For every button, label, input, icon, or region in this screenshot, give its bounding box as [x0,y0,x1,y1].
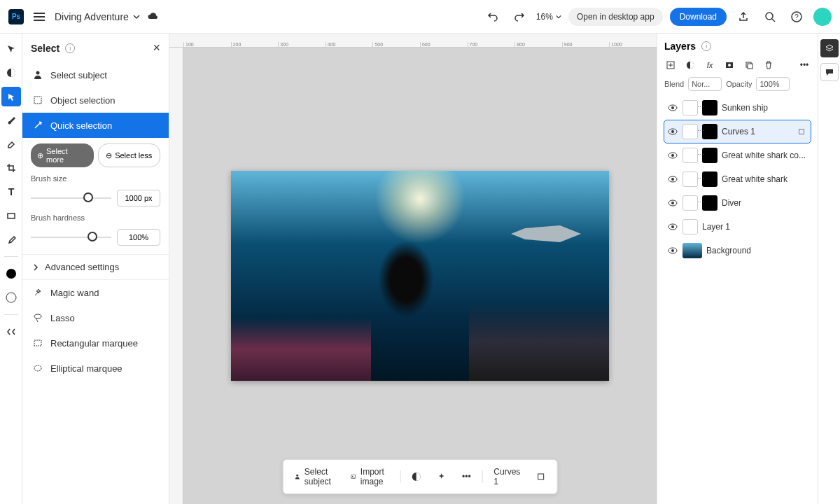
layer-row[interactable]: Great white shark co... [664,144,811,167]
magic-wand-item[interactable]: Magic wand [22,280,169,305]
layer-row[interactable]: Diver [664,192,811,214]
background-color[interactable] [1,288,21,307]
hamburger-menu-icon[interactable] [31,10,48,24]
ctx-import-image[interactable]: Import image [346,464,393,489]
layer-row[interactable]: Layer 1 [664,216,811,238]
zoom-level[interactable]: 16% [536,12,561,22]
quick-selection-item[interactable]: Quick selection [22,113,169,138]
visibility-toggle[interactable] [667,197,678,209]
quick-selection-controls: ⊕ Select more ⊖ Select less Brush size 1… [22,138,169,251]
svg-point-36 [671,225,674,228]
layer-thumbnail [682,243,702,258]
close-panel-button[interactable]: × [153,41,160,55]
svg-rect-17 [538,474,543,479]
layer-name: Background [706,246,808,255]
redo-button[interactable] [510,7,529,27]
ctx-adjustments-icon[interactable] [407,469,426,484]
add-layer-icon[interactable] [664,59,677,71]
visibility-toggle[interactable] [667,150,678,161]
select-item-label: Object selection [50,95,115,106]
select-item-label: Elliptical marquee [50,363,122,374]
elliptical-marquee-item[interactable]: Elliptical marquee [22,356,169,381]
visibility-toggle[interactable] [667,126,678,137]
delete-layer-icon[interactable] [762,59,775,71]
brush-size-value[interactable]: 1000 px [117,190,160,206]
crop-tool[interactable] [1,158,21,178]
eyedropper-tool[interactable] [1,230,21,249]
mask-icon[interactable] [723,59,736,71]
help-icon[interactable]: ? [787,7,806,27]
object-selection-item[interactable]: Object selection [22,88,169,113]
select-more-pill[interactable]: ⊕ Select more [31,144,94,167]
select-tool[interactable] [1,87,21,106]
cloud-sync-icon[interactable] [147,10,160,23]
brush-tool[interactable] [1,111,21,130]
visibility-toggle[interactable] [667,174,678,185]
opacity-select[interactable]: 100% [756,77,790,91]
horizontal-ruler[interactable]: 1002003004005006007008009001000 [169,34,657,48]
share-icon[interactable] [734,7,753,27]
rectangular-marquee-item[interactable]: Rectangular marquee [22,330,169,356]
advanced-settings-toggle[interactable]: Advanced settings [22,254,169,280]
blend-label: Blend [664,80,684,88]
document-title[interactable]: Diving Adventure [55,11,140,22]
more-options-icon[interactable]: ••• [798,59,811,71]
layer-name: Sunken ship [722,103,808,113]
layer-mask-thumbnail [702,195,718,211]
comments-rail-icon[interactable] [820,63,839,81]
ctx-sparkle-icon[interactable] [433,469,451,484]
eraser-tool[interactable] [1,134,21,154]
layer-mask-thumbnail [702,124,718,139]
top-bar: Ps Diving Adventure 16% Open in desktop … [0,0,840,34]
lasso-item[interactable]: Lasso [22,305,169,330]
collapse-rail-icon[interactable] [1,322,21,342]
svg-rect-9 [34,97,41,104]
visibility-toggle[interactable] [667,102,678,113]
context-bar: Select subject Import image ••• Curves 1 [283,459,558,494]
ctx-layer-name[interactable]: Curves 1 [489,464,524,489]
layer-options-icon[interactable] [795,125,808,138]
text-tool[interactable]: T [1,182,21,202]
layer-row[interactable]: Sunken ship [664,97,811,119]
select-less-pill[interactable]: ⊖ Select less [98,144,161,167]
move-tool[interactable] [1,39,21,59]
artwork-image[interactable] [231,171,609,381]
blend-mode-select[interactable]: Nor... [688,77,722,91]
canvas[interactable]: Select subject Import image ••• Curves 1 [183,48,657,504]
user-avatar[interactable] [813,8,832,26]
vertical-ruler[interactable] [169,48,183,504]
layers-panel-header: Layers i [664,41,811,52]
info-icon[interactable]: i [701,41,711,51]
layer-row[interactable]: Great white shark [664,168,811,190]
ctx-more-icon[interactable]: ••• [458,469,475,484]
layer-row[interactable]: Background [664,239,811,262]
select-subject-item[interactable]: Select subject [22,62,169,88]
brush-hardness-value[interactable]: 100% [117,229,160,246]
app-logo[interactable]: Ps [8,9,24,24]
brush-hardness-slider[interactable] [31,237,111,238]
layer-row[interactable]: Curves 1 [664,120,811,143]
ctx-select-subject[interactable]: Select subject [290,464,340,489]
layer-thumbnail [682,124,698,139]
ctx-layer-options-icon[interactable] [531,469,550,484]
download-button[interactable]: Download [670,8,727,26]
visibility-toggle[interactable] [667,221,678,232]
layers-rail-icon[interactable] [820,39,839,57]
shape-tool[interactable] [1,206,21,225]
layers-panel: Layers i fx ••• Blend Nor... Opacity 100… [657,34,818,504]
svg-point-34 [671,202,674,204]
person-icon [32,69,43,80]
duplicate-layer-icon[interactable] [743,59,755,71]
brush-size-slider[interactable] [31,197,111,199]
layer-mask-thumbnail [702,172,718,187]
adjustment-layer-icon[interactable] [684,59,696,71]
fx-icon[interactable]: fx [704,59,716,71]
search-icon[interactable] [760,7,780,27]
undo-button[interactable] [483,7,503,27]
visibility-toggle[interactable] [667,245,678,256]
open-desktop-button[interactable]: Open in desktop app [568,8,663,26]
adjustments-tool[interactable] [1,63,21,83]
foreground-color[interactable] [1,264,21,284]
info-icon[interactable]: i [65,43,75,53]
chevron-down-icon [556,14,561,20]
